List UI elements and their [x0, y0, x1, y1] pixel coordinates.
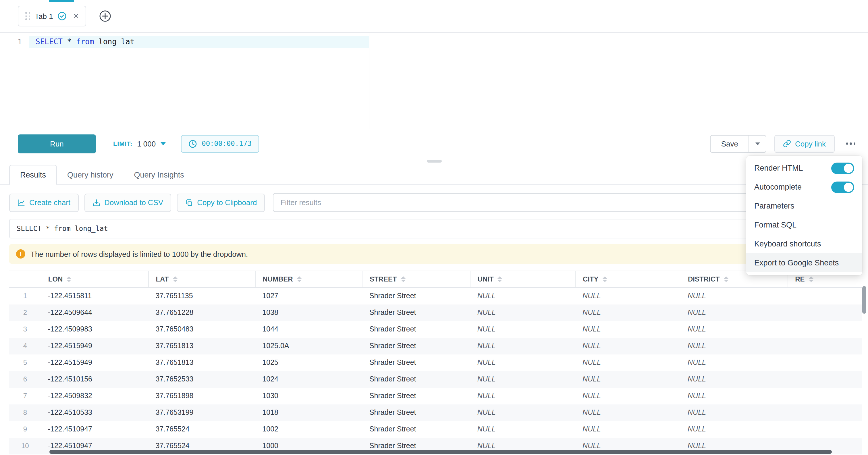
- row-limit-warning-banner: ! The number of rows displayed is limite…: [9, 244, 859, 264]
- row-number: 7: [9, 388, 41, 404]
- row-number-header: [9, 271, 41, 287]
- table-cell: 1044: [255, 321, 363, 337]
- create-chart-button[interactable]: Create chart: [9, 193, 79, 212]
- tab-query-insights[interactable]: Query Insights: [124, 165, 194, 184]
- table-cell: -122.4515811: [41, 287, 149, 304]
- sort-icon[interactable]: [602, 276, 607, 282]
- table-cell: 1018: [255, 404, 363, 421]
- autocomplete-toggle[interactable]: [831, 181, 854, 193]
- results-actions-row: Create chart Download to CSV Copy to Cli…: [0, 185, 868, 219]
- line-number: 1: [18, 38, 22, 46]
- column-header-number[interactable]: NUMBER: [255, 271, 363, 287]
- table-cell: [788, 388, 862, 404]
- save-options-button[interactable]: [749, 135, 766, 153]
- sql-code-line[interactable]: SELECT * from long_lat: [36, 37, 134, 46]
- table-cell: NULL: [470, 388, 576, 404]
- column-header-unit[interactable]: UNIT: [470, 271, 576, 287]
- row-number: 6: [9, 371, 41, 388]
- query-tab[interactable]: Tab 1 ✕: [18, 6, 87, 26]
- tab-query-history[interactable]: Query history: [57, 165, 124, 184]
- row-number: 9: [9, 421, 41, 437]
- table-cell: NULL: [576, 388, 681, 404]
- table-row: 9-122.451094737.7655241002Shrader Street…: [9, 421, 862, 437]
- menu-item-format-sql[interactable]: Format SQL: [746, 215, 862, 234]
- table-cell: NULL: [470, 421, 576, 437]
- table-cell: NULL: [576, 404, 681, 421]
- menu-item-render-html[interactable]: Render HTML: [746, 158, 862, 178]
- table-cell: [788, 321, 862, 337]
- menu-item-parameters[interactable]: Parameters: [746, 196, 862, 215]
- row-number: 8: [9, 404, 41, 421]
- sort-icon[interactable]: [498, 276, 502, 282]
- row-number: 2: [9, 304, 41, 321]
- copy-link-label: Copy link: [795, 139, 826, 148]
- table-row: 5-122.451594937.76518131025Shrader Stree…: [9, 354, 862, 371]
- row-number: 4: [9, 337, 41, 354]
- table-cell: NULL: [681, 404, 788, 421]
- column-header-lat[interactable]: LAT: [149, 271, 255, 287]
- options-dropdown-menu: Render HTML Autocomplete Parameters Form…: [746, 156, 862, 275]
- tab-label: Tab 1: [35, 12, 53, 21]
- table-cell: -122.4510533: [41, 404, 149, 421]
- column-label: DISTRICT: [688, 275, 720, 283]
- sort-icon[interactable]: [809, 276, 813, 282]
- table-cell: Shrader Street: [363, 287, 470, 304]
- menu-item-autocomplete[interactable]: Autocomplete: [746, 178, 862, 196]
- table-cell: 1025: [255, 354, 363, 371]
- column-label: NUMBER: [262, 275, 293, 283]
- sort-icon[interactable]: [724, 276, 728, 282]
- table-cell: NULL: [681, 321, 788, 337]
- save-button[interactable]: Save: [710, 135, 749, 153]
- run-button[interactable]: Run: [18, 134, 96, 153]
- table-cell: [788, 337, 862, 354]
- active-tab-indicator: [49, 0, 74, 2]
- table-cell: -122.4509644: [41, 304, 149, 321]
- render-html-toggle[interactable]: [831, 162, 854, 174]
- column-label: LON: [48, 275, 63, 283]
- column-header-city[interactable]: CITY: [576, 271, 681, 287]
- add-tab-button[interactable]: [99, 10, 112, 22]
- column-label: RE: [795, 275, 805, 283]
- column-header-street[interactable]: STREET: [363, 271, 470, 287]
- sort-icon[interactable]: [67, 276, 71, 282]
- table-cell: NULL: [470, 404, 576, 421]
- limit-dropdown[interactable]: LIMIT: 1 000: [113, 139, 166, 148]
- editor-gutter: 1: [0, 33, 29, 129]
- column-header-lon[interactable]: LON: [41, 271, 149, 287]
- table-cell: 37.7651135: [149, 287, 255, 304]
- sort-icon[interactable]: [297, 276, 302, 282]
- tab-results[interactable]: Results: [9, 165, 57, 185]
- row-number: 5: [9, 354, 41, 371]
- close-tab-icon[interactable]: ✕: [73, 12, 79, 20]
- table-cell: NULL: [576, 287, 681, 304]
- table-cell: -122.4509832: [41, 388, 149, 404]
- table-header-row: LON LAT NUMBER STREET UNIT CITY DISTRICT…: [9, 271, 862, 287]
- more-options-button[interactable]: [842, 138, 859, 149]
- table-cell: 1024: [255, 371, 363, 388]
- download-csv-button[interactable]: Download to CSV: [84, 193, 171, 212]
- sort-icon[interactable]: [173, 276, 177, 282]
- drag-handle-icon[interactable]: [25, 12, 30, 20]
- pane-resize-handle[interactable]: [427, 160, 441, 162]
- column-label: LAT: [156, 275, 168, 283]
- horizontal-scrollbar-thumb[interactable]: [50, 450, 832, 454]
- table-cell: -122.4515949: [41, 354, 149, 371]
- table-cell: -122.4510947: [41, 421, 149, 437]
- vertical-scrollbar-thumb[interactable]: [862, 286, 866, 314]
- menu-item-export-google-sheets[interactable]: Export to Google Sheets: [746, 253, 862, 272]
- table-cell: NULL: [681, 388, 788, 404]
- results-tab-bar: Results Query history Query Insights: [0, 164, 868, 185]
- menu-item-label: Render HTML: [754, 164, 803, 172]
- table-cell: NULL: [470, 287, 576, 304]
- table-cell: 1030: [255, 388, 363, 404]
- copy-link-button[interactable]: Copy link: [774, 135, 834, 153]
- table-cell: NULL: [576, 371, 681, 388]
- table-cell: 1027: [255, 287, 363, 304]
- menu-item-keyboard-shortcuts[interactable]: Keyboard shortcuts: [746, 234, 862, 253]
- copy-clipboard-button[interactable]: Copy to Clipboard: [177, 193, 265, 212]
- editor-toolbar: Run LIMIT: 1 000 00:00:00.173 Save Copy …: [0, 129, 868, 158]
- table-cell: Shrader Street: [363, 304, 470, 321]
- sort-icon[interactable]: [401, 276, 406, 282]
- sql-editor[interactable]: 1 SELECT * from long_lat: [0, 33, 868, 129]
- table-cell: 37.7651813: [149, 354, 255, 371]
